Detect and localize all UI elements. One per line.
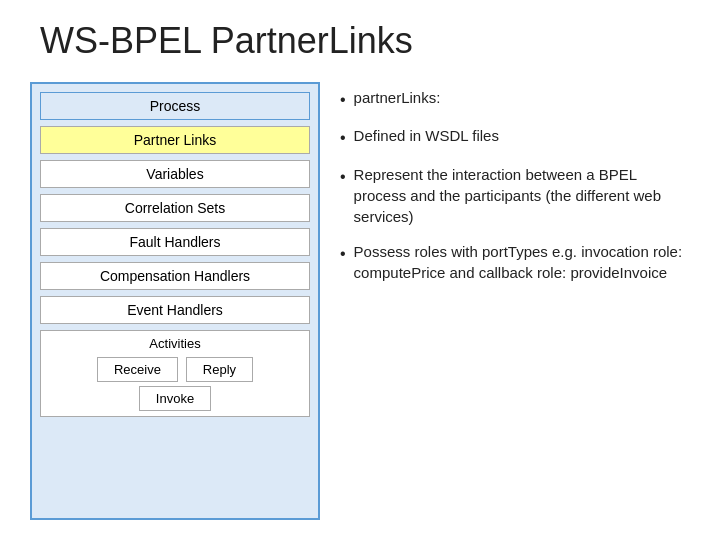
- variables-box: Variables: [40, 160, 310, 188]
- bullet-text-4: Possess roles with portTypes e.g. invoca…: [354, 241, 690, 283]
- activities-row: Receive Reply: [97, 357, 253, 382]
- activities-section: Activities Receive Reply Invoke: [40, 330, 310, 417]
- invoke-button[interactable]: Invoke: [139, 386, 211, 411]
- bullet-item-4: • Possess roles with portTypes e.g. invo…: [340, 241, 690, 283]
- correlation-sets-box: Correlation Sets: [40, 194, 310, 222]
- content-area: Process Partner Links Variables Correlat…: [30, 82, 690, 520]
- bullet-dot-2: •: [340, 127, 346, 149]
- bullet-dot-3: •: [340, 166, 346, 188]
- bullet-item-3: • Represent the interaction between a BP…: [340, 164, 690, 227]
- bullet-panel: • partnerLinks: • Defined in WSDL files …: [340, 82, 690, 520]
- receive-button[interactable]: Receive: [97, 357, 178, 382]
- page: WS-BPEL PartnerLinks Process Partner Lin…: [0, 0, 720, 540]
- process-diagram: Process Partner Links Variables Correlat…: [30, 82, 320, 520]
- bullet-dot-4: •: [340, 243, 346, 265]
- bullet-text-3: Represent the interaction between a BPEL…: [354, 164, 690, 227]
- page-title: WS-BPEL PartnerLinks: [30, 20, 690, 62]
- event-handlers-box: Event Handlers: [40, 296, 310, 324]
- fault-handlers-box: Fault Handlers: [40, 228, 310, 256]
- reply-button[interactable]: Reply: [186, 357, 253, 382]
- bullet-item-1: • partnerLinks:: [340, 87, 690, 111]
- bullet-dot-1: •: [340, 89, 346, 111]
- activities-label: Activities: [149, 336, 200, 351]
- process-box: Process: [40, 92, 310, 120]
- partner-links-box: Partner Links: [40, 126, 310, 154]
- bullet-text-2: Defined in WSDL files: [354, 125, 499, 146]
- bullet-item-2: • Defined in WSDL files: [340, 125, 690, 149]
- bullet-text-1: partnerLinks:: [354, 87, 441, 108]
- compensation-handlers-box: Compensation Handlers: [40, 262, 310, 290]
